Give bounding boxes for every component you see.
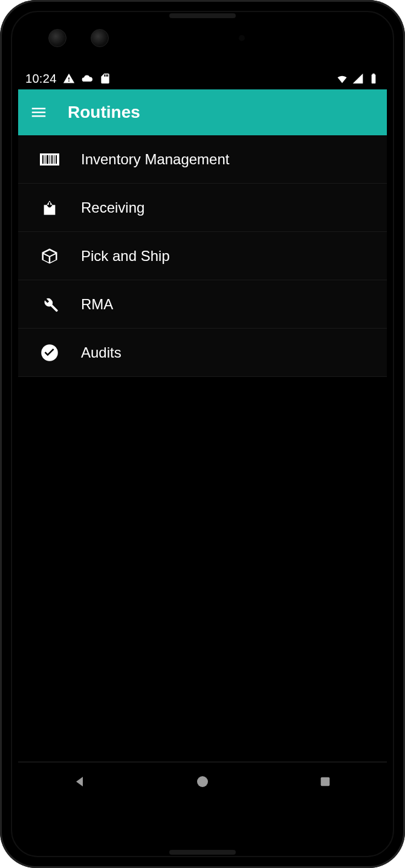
list-item-rma[interactable]: RMA [18,280,387,329]
svg-rect-1 [42,155,44,164]
speaker-top [169,13,236,18]
nav-back-button[interactable] [56,770,104,794]
svg-rect-6 [54,155,54,164]
wrench-icon [40,295,59,314]
hamburger-button[interactable] [27,100,51,124]
list-item-label: Audits [81,344,122,361]
svg-rect-11 [321,777,330,786]
hamburger-icon [30,103,48,121]
screen: 10:24 [18,68,387,800]
front-camera-2 [91,29,109,47]
proximity-sensor [239,35,245,41]
list-item-audits[interactable]: Audits [18,329,387,377]
status-bar: 10:24 [18,68,387,89]
list-item-receiving[interactable]: Receiving [18,184,387,232]
device-inner: 10:24 [11,11,394,857]
svg-rect-3 [47,155,48,164]
barcode-icon [40,150,59,169]
list-item-label: Receiving [81,199,144,216]
svg-rect-2 [45,155,45,164]
sd-card-icon [99,72,111,85]
list-item-label: RMA [81,296,113,313]
list-item-label: Inventory Management [81,151,229,168]
download-box-icon [40,198,59,217]
svg-point-10 [197,776,208,787]
nav-home-button[interactable] [178,770,227,794]
battery-icon [368,72,380,85]
app-title: Routines [68,103,140,122]
status-right [336,72,380,85]
nav-recent-button[interactable] [301,770,349,794]
list-item-pick-and-ship[interactable]: Pick and Ship [18,232,387,280]
cell-signal-icon [352,72,364,85]
wifi-icon [336,72,348,85]
status-left: 10:24 [25,72,111,86]
speaker-bottom [169,850,236,855]
routine-list: Inventory Management Receiving Pick and … [18,135,387,377]
svg-rect-5 [51,155,53,164]
triangle-back-icon [73,774,87,789]
square-recent-icon [319,775,332,788]
circle-home-icon [195,774,210,789]
cloud-icon [81,72,93,85]
svg-rect-4 [50,155,50,164]
status-time: 10:24 [25,72,57,86]
device-frame: 10:24 [0,0,405,868]
list-item-label: Pick and Ship [81,248,170,265]
system-nav-bar [18,762,387,800]
cube-icon [40,246,59,266]
list-item-inventory-management[interactable]: Inventory Management [18,135,387,184]
front-camera-1 [48,29,66,47]
app-bar: Routines [18,89,387,135]
check-circle-icon [40,343,59,362]
svg-rect-7 [56,155,57,164]
warning-icon [63,72,75,85]
